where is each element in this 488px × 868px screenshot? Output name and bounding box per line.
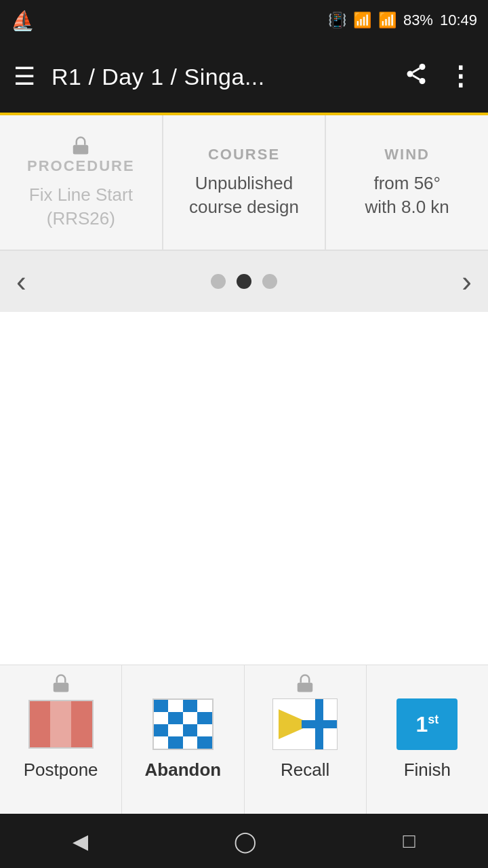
wind-label: WIND [384, 146, 430, 163]
procedure-value: Fix Line Start(RRS26) [29, 183, 133, 231]
abandon-button[interactable]: Abandon [122, 665, 244, 814]
pagination-dots [211, 274, 277, 289]
recall-flag [272, 698, 338, 750]
wind-value: from 56°with 8.0 kn [365, 172, 449, 219]
wind-card[interactable]: WIND from 56°with 8.0 kn [326, 115, 488, 250]
next-arrow[interactable]: › [445, 258, 488, 305]
status-bar: ⛵ 📳 📶 📶 83% 10:49 [0, 0, 488, 41]
prev-arrow[interactable]: ‹ [0, 258, 43, 305]
svg-rect-7 [298, 683, 313, 692]
procedure-card[interactable]: PROCEDURE Fix Line Start(RRS26) [0, 115, 163, 250]
page-title: R1 / Day 1 / Singa... [52, 64, 404, 90]
more-options-icon[interactable]: ⋮ [447, 62, 474, 92]
finish-flag: 1st [396, 698, 458, 750]
time-text: 10:49 [440, 12, 477, 29]
svg-point-1 [407, 71, 413, 77]
abandon-label: Abandon [145, 760, 222, 781]
status-bar-right: 📳 📶 📶 83% 10:49 [328, 12, 477, 29]
signal-icon: 📶 [378, 12, 396, 29]
postpone-button[interactable]: Postpone [0, 665, 122, 814]
share-icon[interactable] [404, 62, 428, 92]
recents-nav-icon[interactable]: □ [403, 829, 415, 852]
battery-text: 83% [403, 12, 433, 29]
boat-icon: ⛵ [11, 9, 35, 32]
abandon-flag [152, 698, 214, 750]
system-nav-bar: ◀ ◯ □ [0, 814, 488, 868]
svg-point-0 [420, 64, 426, 70]
svg-rect-5 [73, 145, 89, 155]
recall-label: Recall [281, 760, 329, 781]
pagination-row: ‹ › [0, 251, 488, 312]
lock-icon-postpone [51, 672, 71, 695]
home-nav-icon[interactable]: ◯ [234, 829, 257, 853]
finish-flag-text: 1st [415, 712, 439, 737]
svg-line-3 [413, 75, 420, 79]
dot-2[interactable] [237, 274, 251, 289]
finish-button[interactable]: 1st Finish [367, 665, 488, 814]
svg-rect-6 [53, 683, 68, 692]
svg-line-4 [413, 68, 420, 73]
course-card[interactable]: COURSE Unpublishedcourse design [163, 115, 327, 250]
svg-point-2 [420, 78, 426, 84]
finish-label: Finish [404, 760, 451, 781]
lock-icon-procedure [70, 134, 91, 157]
cards-row: PROCEDURE Fix Line Start(RRS26) COURSE U… [0, 115, 488, 251]
wifi-icon: 📶 [353, 12, 371, 29]
postpone-flag [27, 698, 95, 750]
vibrate-icon: 📳 [328, 12, 346, 29]
menu-icon[interactable]: ☰ [14, 62, 35, 91]
app-bar: ☰ R1 / Day 1 / Singa... ⋮ [0, 41, 488, 115]
back-nav-icon[interactable]: ◀ [73, 829, 88, 853]
dot-1[interactable] [211, 274, 226, 289]
procedure-label: PROCEDURE [27, 157, 135, 175]
app-bar-actions: ⋮ [404, 62, 474, 92]
course-value: Unpublishedcourse design [189, 172, 299, 219]
lock-icon-recall [295, 672, 315, 695]
status-bar-left: ⛵ [11, 9, 35, 32]
recall-button[interactable]: Recall [245, 665, 367, 814]
course-label: COURSE [208, 146, 280, 163]
dot-3[interactable] [262, 274, 277, 289]
bottom-action-bar: Postpone Abandon [0, 665, 488, 814]
postpone-label: Postpone [24, 760, 98, 781]
